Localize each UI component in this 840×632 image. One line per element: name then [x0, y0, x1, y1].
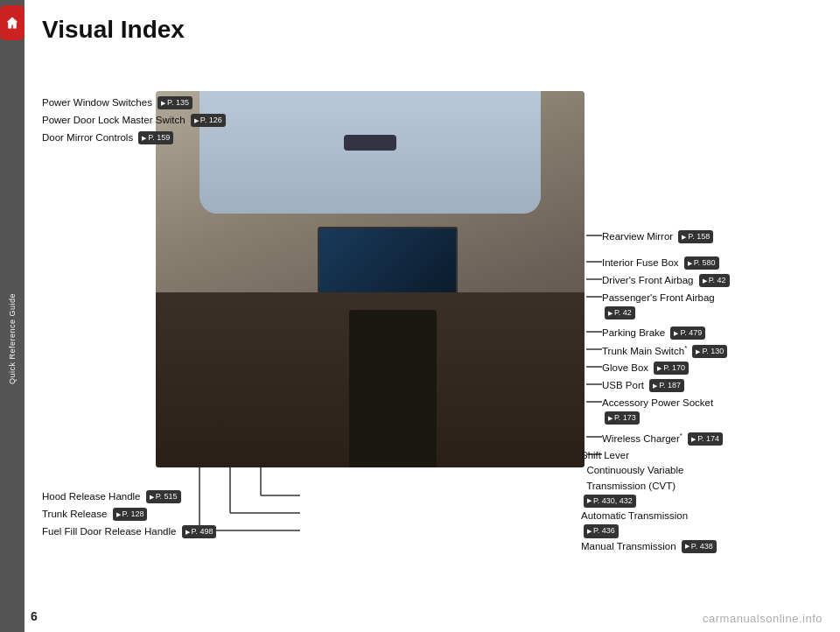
label-wireless-charger: Wireless Charger* P. 174	[602, 431, 723, 446]
ref-drivers-airbag: P. 42	[699, 274, 730, 287]
dash-panel	[156, 292, 584, 467]
label-parking-brake: Parking Brake P. 479	[602, 326, 705, 341]
label-hood-release: Hood Release Handle P. 515	[42, 489, 181, 504]
label-fuel-fill-door: Fuel Fill Door Release Handle P. 498	[42, 524, 216, 539]
label-drivers-airbag: Driver's Front Airbag P. 42	[602, 273, 730, 288]
sidebar-label: Quick Reference Guide	[8, 293, 17, 384]
label-passengers-airbag: Passenger's Front Airbag P. 42	[602, 291, 715, 320]
page-number: 6	[31, 609, 38, 623]
label-trunk-main-switch: Trunk Main Switch* P. 130	[602, 343, 727, 359]
ref-power-door-lock: P. 126	[191, 114, 226, 127]
ref-glove-box: P. 170	[654, 362, 689, 375]
center-console	[349, 310, 437, 467]
label-shift-lever: Shift Lever Continuously Variable Transm…	[581, 448, 835, 554]
watermark: carmanualsonline.info	[703, 612, 822, 625]
label-power-window-switches: Power Window Switches P. 135	[42, 95, 192, 110]
sidebar: Quick Reference Guide	[0, 0, 24, 632]
ref-cvt: P. 430, 432	[584, 495, 636, 509]
main-content: Visual Index	[24, 0, 840, 632]
visual-index-diagram: H Power Window Switches P. 135 Power Doo…	[42, 56, 822, 564]
ref-trunk-release: P. 128	[113, 508, 148, 521]
ref-fuel-fill-door: P. 498	[182, 525, 217, 538]
ref-wireless-charger: P. 174	[688, 432, 723, 446]
ref-passengers-airbag: P. 42	[605, 306, 635, 320]
car-dashboard-image: H	[156, 91, 584, 467]
page-title: Visual Index	[42, 16, 822, 44]
label-door-mirror-controls: Door Mirror Controls P. 159	[42, 130, 173, 145]
mirror-shape	[344, 135, 396, 151]
ref-at: P. 436	[584, 524, 619, 538]
ref-accessory-power-socket: P. 173	[605, 411, 640, 425]
label-trunk-release: Trunk Release P. 128	[42, 507, 147, 522]
label-glove-box: Glove Box P. 170	[602, 361, 689, 376]
home-button[interactable]	[0, 5, 24, 40]
ref-power-window-switches: P. 135	[158, 96, 192, 109]
label-rearview-mirror: Rearview Mirror P. 158	[602, 229, 713, 244]
ref-rearview-mirror: P. 158	[678, 230, 713, 243]
sidebar-label-wrap: Quick Reference Guide	[8, 46, 17, 632]
ref-hood-release: P. 515	[146, 490, 181, 503]
ref-door-mirror-controls: P. 159	[138, 131, 173, 144]
ref-mt: P. 438	[682, 540, 717, 554]
label-interior-fuse-box: Interior Fuse Box P. 580	[602, 256, 719, 270]
ref-usb-port: P. 187	[649, 379, 684, 392]
label-usb-port: USB Port P. 187	[602, 378, 684, 393]
ref-interior-fuse-box: P. 580	[684, 256, 719, 270]
ref-trunk-main-switch: P. 130	[692, 345, 727, 358]
label-power-door-lock: Power Door Lock Master Switch P. 126	[42, 113, 226, 128]
ref-parking-brake: P. 479	[670, 327, 705, 340]
label-accessory-power-socket: Accessory Power Socket P. 173	[602, 396, 713, 425]
windshield-area	[200, 91, 541, 214]
